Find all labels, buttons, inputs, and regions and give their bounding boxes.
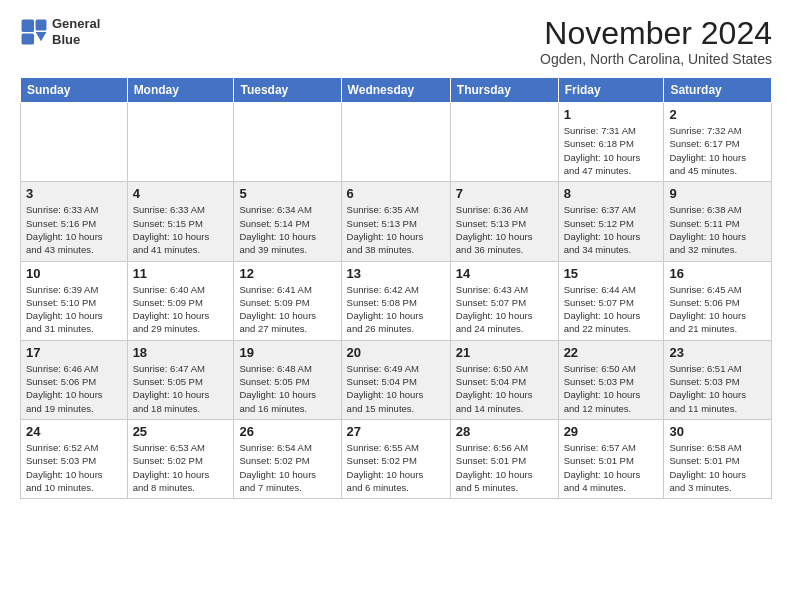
day-detail: Sunrise: 6:54 AM Sunset: 5:02 PM Dayligh… (239, 441, 335, 494)
calendar-cell: 4Sunrise: 6:33 AM Sunset: 5:15 PM Daylig… (127, 182, 234, 261)
calendar-cell: 28Sunrise: 6:56 AM Sunset: 5:01 PM Dayli… (450, 419, 558, 498)
day-number: 9 (669, 186, 766, 201)
week-row-3: 10Sunrise: 6:39 AM Sunset: 5:10 PM Dayli… (21, 261, 772, 340)
day-number: 1 (564, 107, 659, 122)
day-number: 29 (564, 424, 659, 439)
day-detail: Sunrise: 6:58 AM Sunset: 5:01 PM Dayligh… (669, 441, 766, 494)
calendar-cell: 9Sunrise: 6:38 AM Sunset: 5:11 PM Daylig… (664, 182, 772, 261)
calendar-cell: 24Sunrise: 6:52 AM Sunset: 5:03 PM Dayli… (21, 419, 128, 498)
calendar-cell: 26Sunrise: 6:54 AM Sunset: 5:02 PM Dayli… (234, 419, 341, 498)
calendar-cell (234, 103, 341, 182)
calendar-cell (21, 103, 128, 182)
weekday-header-saturday: Saturday (664, 78, 772, 103)
day-detail: Sunrise: 6:38 AM Sunset: 5:11 PM Dayligh… (669, 203, 766, 256)
svg-rect-2 (36, 19, 47, 30)
calendar-cell: 5Sunrise: 6:34 AM Sunset: 5:14 PM Daylig… (234, 182, 341, 261)
day-detail: Sunrise: 6:36 AM Sunset: 5:13 PM Dayligh… (456, 203, 553, 256)
day-detail: Sunrise: 6:46 AM Sunset: 5:06 PM Dayligh… (26, 362, 122, 415)
day-number: 18 (133, 345, 229, 360)
calendar-cell (127, 103, 234, 182)
calendar-cell: 30Sunrise: 6:58 AM Sunset: 5:01 PM Dayli… (664, 419, 772, 498)
day-detail: Sunrise: 6:55 AM Sunset: 5:02 PM Dayligh… (347, 441, 445, 494)
calendar-cell: 1Sunrise: 7:31 AM Sunset: 6:18 PM Daylig… (558, 103, 664, 182)
svg-rect-1 (22, 19, 34, 31)
day-number: 26 (239, 424, 335, 439)
day-number: 28 (456, 424, 553, 439)
weekday-header-tuesday: Tuesday (234, 78, 341, 103)
day-number: 6 (347, 186, 445, 201)
calendar-cell: 10Sunrise: 6:39 AM Sunset: 5:10 PM Dayli… (21, 261, 128, 340)
day-detail: Sunrise: 6:34 AM Sunset: 5:14 PM Dayligh… (239, 203, 335, 256)
weekday-header-sunday: Sunday (21, 78, 128, 103)
calendar-cell: 25Sunrise: 6:53 AM Sunset: 5:02 PM Dayli… (127, 419, 234, 498)
calendar-cell: 16Sunrise: 6:45 AM Sunset: 5:06 PM Dayli… (664, 261, 772, 340)
day-number: 10 (26, 266, 122, 281)
calendar-cell: 29Sunrise: 6:57 AM Sunset: 5:01 PM Dayli… (558, 419, 664, 498)
day-detail: Sunrise: 6:35 AM Sunset: 5:13 PM Dayligh… (347, 203, 445, 256)
day-number: 27 (347, 424, 445, 439)
svg-rect-4 (22, 33, 34, 44)
day-detail: Sunrise: 6:33 AM Sunset: 5:16 PM Dayligh… (26, 203, 122, 256)
day-detail: Sunrise: 6:39 AM Sunset: 5:10 PM Dayligh… (26, 283, 122, 336)
calendar-cell: 27Sunrise: 6:55 AM Sunset: 5:02 PM Dayli… (341, 419, 450, 498)
week-row-4: 17Sunrise: 6:46 AM Sunset: 5:06 PM Dayli… (21, 340, 772, 419)
day-number: 12 (239, 266, 335, 281)
calendar-cell: 22Sunrise: 6:50 AM Sunset: 5:03 PM Dayli… (558, 340, 664, 419)
day-detail: Sunrise: 6:43 AM Sunset: 5:07 PM Dayligh… (456, 283, 553, 336)
day-detail: Sunrise: 7:31 AM Sunset: 6:18 PM Dayligh… (564, 124, 659, 177)
day-number: 16 (669, 266, 766, 281)
day-detail: Sunrise: 6:48 AM Sunset: 5:05 PM Dayligh… (239, 362, 335, 415)
day-detail: Sunrise: 6:33 AM Sunset: 5:15 PM Dayligh… (133, 203, 229, 256)
weekday-header-row: SundayMondayTuesdayWednesdayThursdayFrid… (21, 78, 772, 103)
day-number: 22 (564, 345, 659, 360)
calendar-cell (341, 103, 450, 182)
day-number: 8 (564, 186, 659, 201)
calendar-cell: 12Sunrise: 6:41 AM Sunset: 5:09 PM Dayli… (234, 261, 341, 340)
weekday-header-friday: Friday (558, 78, 664, 103)
day-detail: Sunrise: 6:57 AM Sunset: 5:01 PM Dayligh… (564, 441, 659, 494)
calendar-cell: 13Sunrise: 6:42 AM Sunset: 5:08 PM Dayli… (341, 261, 450, 340)
calendar-cell: 21Sunrise: 6:50 AM Sunset: 5:04 PM Dayli… (450, 340, 558, 419)
day-detail: Sunrise: 6:45 AM Sunset: 5:06 PM Dayligh… (669, 283, 766, 336)
day-detail: Sunrise: 6:52 AM Sunset: 5:03 PM Dayligh… (26, 441, 122, 494)
day-number: 17 (26, 345, 122, 360)
logo: General Blue (20, 16, 100, 47)
calendar-cell: 23Sunrise: 6:51 AM Sunset: 5:03 PM Dayli… (664, 340, 772, 419)
week-row-5: 24Sunrise: 6:52 AM Sunset: 5:03 PM Dayli… (21, 419, 772, 498)
page-title: November 2024 (540, 16, 772, 51)
day-detail: Sunrise: 6:40 AM Sunset: 5:09 PM Dayligh… (133, 283, 229, 336)
day-detail: Sunrise: 6:41 AM Sunset: 5:09 PM Dayligh… (239, 283, 335, 336)
calendar-cell: 17Sunrise: 6:46 AM Sunset: 5:06 PM Dayli… (21, 340, 128, 419)
calendar-cell: 6Sunrise: 6:35 AM Sunset: 5:13 PM Daylig… (341, 182, 450, 261)
week-row-1: 1Sunrise: 7:31 AM Sunset: 6:18 PM Daylig… (21, 103, 772, 182)
day-detail: Sunrise: 6:50 AM Sunset: 5:03 PM Dayligh… (564, 362, 659, 415)
weekday-header-wednesday: Wednesday (341, 78, 450, 103)
day-detail: Sunrise: 6:49 AM Sunset: 5:04 PM Dayligh… (347, 362, 445, 415)
day-number: 2 (669, 107, 766, 122)
day-number: 30 (669, 424, 766, 439)
calendar-page: General Blue November 2024 Ogden, North … (0, 0, 792, 612)
calendar-cell: 18Sunrise: 6:47 AM Sunset: 5:05 PM Dayli… (127, 340, 234, 419)
day-detail: Sunrise: 6:42 AM Sunset: 5:08 PM Dayligh… (347, 283, 445, 336)
day-detail: Sunrise: 7:32 AM Sunset: 6:17 PM Dayligh… (669, 124, 766, 177)
day-number: 24 (26, 424, 122, 439)
day-number: 23 (669, 345, 766, 360)
day-number: 13 (347, 266, 445, 281)
day-number: 25 (133, 424, 229, 439)
title-block: November 2024 Ogden, North Carolina, Uni… (540, 16, 772, 67)
day-number: 7 (456, 186, 553, 201)
calendar-cell: 15Sunrise: 6:44 AM Sunset: 5:07 PM Dayli… (558, 261, 664, 340)
day-number: 11 (133, 266, 229, 281)
day-number: 21 (456, 345, 553, 360)
day-detail: Sunrise: 6:51 AM Sunset: 5:03 PM Dayligh… (669, 362, 766, 415)
day-detail: Sunrise: 6:53 AM Sunset: 5:02 PM Dayligh… (133, 441, 229, 494)
day-number: 4 (133, 186, 229, 201)
day-number: 20 (347, 345, 445, 360)
day-detail: Sunrise: 6:50 AM Sunset: 5:04 PM Dayligh… (456, 362, 553, 415)
day-number: 5 (239, 186, 335, 201)
page-subtitle: Ogden, North Carolina, United States (540, 51, 772, 67)
calendar-cell: 7Sunrise: 6:36 AM Sunset: 5:13 PM Daylig… (450, 182, 558, 261)
calendar-cell: 20Sunrise: 6:49 AM Sunset: 5:04 PM Dayli… (341, 340, 450, 419)
day-number: 14 (456, 266, 553, 281)
weekday-header-thursday: Thursday (450, 78, 558, 103)
